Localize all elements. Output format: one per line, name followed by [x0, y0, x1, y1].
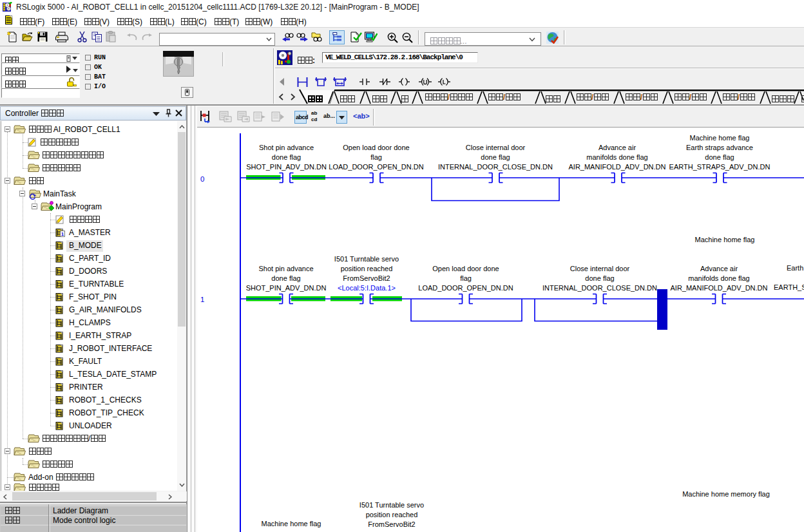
- svg-text:1: 1: [61, 231, 64, 237]
